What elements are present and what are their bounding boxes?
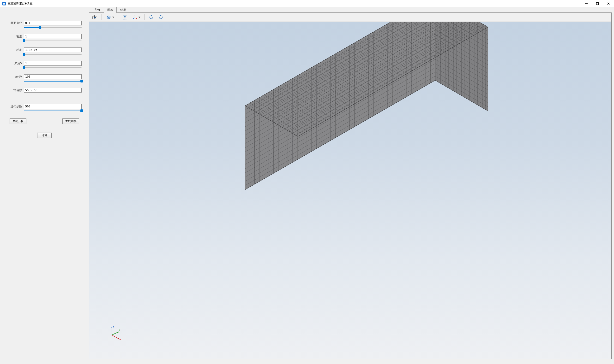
param-label: 雷诺数 bbox=[7, 88, 24, 92]
mesh-render bbox=[89, 22, 611, 359]
viewport-3d[interactable]: z y x bbox=[89, 22, 611, 359]
tab-bar: 几何网格结果 bbox=[89, 7, 612, 13]
tab-2[interactable]: 结果 bbox=[117, 7, 130, 13]
param-row: 迭代步数 bbox=[7, 104, 82, 109]
calculate-button[interactable]: 计算 bbox=[37, 133, 52, 138]
param-row: 旋转V bbox=[7, 74, 82, 79]
close-button[interactable] bbox=[603, 0, 614, 7]
param-input[interactable] bbox=[24, 61, 82, 66]
param-label: 旋转V bbox=[7, 75, 24, 79]
param-slider[interactable] bbox=[7, 67, 82, 69]
param-row: 截面直径 bbox=[7, 21, 82, 26]
param-row: 粘度 bbox=[7, 48, 82, 52]
svg-point-6 bbox=[95, 17, 95, 18]
dropdown-caret-icon bbox=[138, 16, 140, 18]
param-input[interactable] bbox=[24, 48, 82, 52]
axis-triad: z y x bbox=[107, 324, 124, 341]
param-input[interactable] bbox=[24, 104, 82, 109]
param-label: 迭代步数 bbox=[7, 104, 24, 109]
viewcube-button[interactable] bbox=[105, 14, 115, 21]
maximize-button[interactable] bbox=[592, 0, 603, 7]
fit-view-button[interactable] bbox=[121, 14, 129, 21]
param-input[interactable] bbox=[24, 74, 82, 79]
axes-button[interactable] bbox=[131, 14, 141, 21]
param-label: 来流V bbox=[7, 61, 24, 65]
param-label: 密度 bbox=[7, 35, 24, 39]
svg-point-8 bbox=[124, 16, 125, 17]
svg-text:x: x bbox=[120, 338, 121, 341]
svg-rect-2 bbox=[597, 2, 599, 5]
param-slider[interactable] bbox=[7, 80, 82, 82]
window-title: 三维旋转圆球仿真 bbox=[8, 1, 33, 6]
svg-text:z: z bbox=[113, 326, 114, 328]
svg-text:y: y bbox=[119, 328, 120, 331]
param-slider[interactable] bbox=[7, 110, 82, 112]
generate-geometry-button[interactable]: 生成几何 bbox=[10, 118, 27, 124]
rotate-cw-button[interactable] bbox=[157, 14, 165, 21]
dropdown-caret-icon bbox=[112, 16, 114, 18]
param-row: 雷诺数 bbox=[7, 88, 82, 92]
svg-point-10 bbox=[124, 17, 125, 18]
svg-point-9 bbox=[125, 16, 126, 17]
svg-rect-1 bbox=[585, 3, 587, 4]
svg-rect-7 bbox=[123, 15, 127, 19]
minimize-button[interactable] bbox=[581, 0, 592, 7]
param-row: 来流V bbox=[7, 61, 82, 66]
param-input[interactable] bbox=[24, 34, 82, 39]
param-input[interactable] bbox=[24, 21, 82, 26]
viewport-toolbar bbox=[89, 13, 611, 22]
param-slider[interactable] bbox=[7, 53, 82, 55]
generate-mesh-button[interactable]: 生成网格 bbox=[62, 118, 79, 124]
svg-rect-4 bbox=[94, 15, 95, 16]
toolbar-separator bbox=[118, 14, 118, 20]
toolbar-separator bbox=[144, 14, 145, 20]
param-row: 密度 bbox=[7, 34, 82, 39]
toolbar-separator bbox=[102, 14, 102, 20]
tab-0[interactable]: 几何 bbox=[91, 7, 104, 13]
param-input[interactable] bbox=[24, 88, 82, 92]
rotate-ccw-button[interactable] bbox=[147, 14, 155, 21]
titlebar: 三维旋转圆球仿真 bbox=[0, 0, 614, 7]
param-label: 粘度 bbox=[7, 48, 24, 52]
svg-point-11 bbox=[125, 17, 126, 18]
param-slider[interactable] bbox=[7, 40, 82, 42]
param-slider[interactable] bbox=[7, 26, 82, 28]
camera-button[interactable] bbox=[91, 14, 99, 21]
tab-1[interactable]: 网格 bbox=[104, 7, 117, 13]
parameters-panel: 截面直径密度粘度来流V旋转V雷诺数迭代步数生成几何生成网格计算 bbox=[0, 7, 89, 364]
param-label: 截面直径 bbox=[7, 21, 24, 25]
app-icon bbox=[2, 1, 6, 6]
viewport-frame: z y x bbox=[89, 13, 612, 359]
